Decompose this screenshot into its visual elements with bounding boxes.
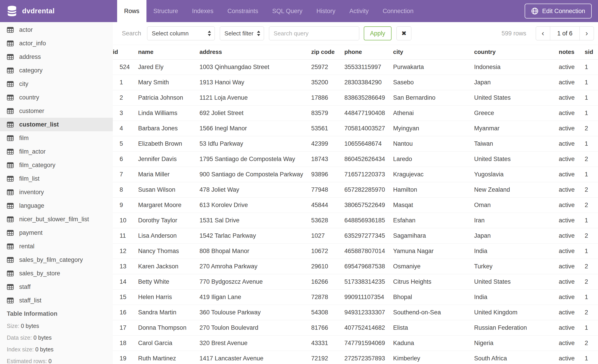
cell-notes[interactable]: active [559,305,585,320]
cell-address[interactable]: 270 Amroha Parkway [199,259,311,274]
cell-city[interactable]: Sagamihara [393,228,474,243]
cell-name[interactable]: Barbara Jones [138,121,199,136]
sidebar-table-item[interactable]: city [0,77,113,91]
cell-zip-code[interactable]: 77948 [311,182,344,197]
cell-sid[interactable]: 1 [585,59,598,75]
cell-city[interactable]: Sasebo [393,75,474,90]
cell-country[interactable]: Myanmar [474,121,559,136]
sidebar-table-item[interactable]: film_category [0,158,113,172]
cell-country[interactable]: Turkey [474,259,559,274]
cell-zip-code[interactable]: 81766 [311,320,344,335]
cell-sid[interactable]: 2 [585,274,598,289]
cell-id[interactable]: 12 [113,243,138,259]
cell-address[interactable]: 478 Joliet Way [199,182,311,197]
cell-country[interactable]: New Zealand [474,182,559,197]
sidebar-table-item[interactable]: customer_list [0,118,113,131]
cell-phone[interactable]: 448477190408 [344,105,393,121]
grid-column-header[interactable]: address [199,45,311,59]
sidebar-table-item[interactable]: film_list [0,172,113,185]
cell-country[interactable]: Oman [474,197,559,213]
cell-phone[interactable]: 465887807014 [344,243,393,259]
cell-name[interactable]: Margaret Moore [138,197,199,213]
cell-zip-code[interactable]: 18743 [311,151,344,167]
cell-notes[interactable]: active [559,228,585,243]
cell-id[interactable]: 16 [113,305,138,320]
cell-sid[interactable]: 2 [585,228,598,243]
cell-notes[interactable]: active [559,259,585,274]
cell-phone[interactable]: 705814003527 [344,121,393,136]
grid-column-header[interactable]: city [393,45,474,59]
cell-zip-code[interactable]: 29610 [311,259,344,274]
cell-zip-code[interactable]: 1027 [311,228,344,243]
cell-city[interactable]: San Bernardino [393,90,474,105]
cell-phone[interactable]: 28303384290 [344,75,393,90]
next-page-button[interactable]: › [580,27,594,40]
grid-column-header[interactable]: name [138,45,199,59]
cell-name[interactable]: Patricia Johnson [138,90,199,105]
cell-id[interactable]: 13 [113,259,138,274]
grid-column-header[interactable]: country [474,45,559,59]
sidebar-table-item[interactable]: actor [0,23,113,37]
cell-phone[interactable]: 990911107354 [344,289,393,305]
sidebar-table-item[interactable]: rental [0,240,113,253]
cell-phone[interactable]: 657282285970 [344,182,393,197]
cell-phone[interactable]: 838635286649 [344,90,393,105]
clear-search-button[interactable]: ✖ [397,26,411,40]
sidebar-table-item[interactable]: actor_info [0,37,113,50]
cell-sid[interactable]: 2 [585,259,598,274]
cell-id[interactable]: 8 [113,182,138,197]
cell-city[interactable]: Southend-on-Sea [393,305,474,320]
cell-name[interactable]: Karen Jackson [138,259,199,274]
cell-phone[interactable]: 648856936185 [344,213,393,228]
tab[interactable]: Connection [376,0,421,22]
cell-city[interactable]: Laredo [393,151,474,167]
grid-column-header[interactable]: notes [559,45,585,59]
cell-country[interactable]: United States [474,90,559,105]
cell-city[interactable]: Citrus Heights [393,274,474,289]
cell-city[interactable]: Kragujevac [393,167,474,182]
cell-city[interactable]: Osmaniye [393,259,474,274]
cell-zip-code[interactable]: 16266 [311,274,344,289]
cell-country[interactable]: Yugoslavia [474,167,559,182]
cell-zip-code[interactable]: 53561 [311,121,344,136]
cell-phone[interactable]: 272572357893 [344,351,393,364]
cell-name[interactable]: Nancy Thomas [138,243,199,259]
cell-notes[interactable]: active [559,243,585,259]
sidebar-table-item[interactable]: address [0,50,113,64]
cell-address[interactable]: 1121 Loja Avenue [199,90,311,105]
cell-sid[interactable]: 1 [585,167,598,182]
cell-name[interactable]: Donna Thompson [138,320,199,335]
grid-column-header[interactable]: phone [344,45,393,59]
tab[interactable]: Constraints [220,0,265,22]
sidebar-table-item[interactable]: staff_list [0,294,113,307]
cell-address[interactable]: 320 Brest Avenue [199,335,311,351]
sidebar-table-item[interactable]: sales_by_film_category [0,253,113,267]
cell-city[interactable]: Yamuna Nagar [393,243,474,259]
cell-country[interactable]: Taiwan [474,136,559,151]
cell-id[interactable]: 15 [113,289,138,305]
cell-zip-code[interactable]: 53628 [311,213,344,228]
cell-sid[interactable]: 1 [585,105,598,121]
cell-city[interactable]: Myingyan [393,121,474,136]
cell-notes[interactable]: active [559,121,585,136]
cell-id[interactable]: 4 [113,121,138,136]
cell-address[interactable]: 53 Idfu Parkway [199,136,311,151]
cell-country[interactable]: Japan [474,228,559,243]
edit-connection-button[interactable]: Edit Connection [525,4,592,18]
cell-address[interactable]: 1542 Tarlac Parkway [199,228,311,243]
cell-zip-code[interactable]: 43331 [311,335,344,351]
cell-id[interactable]: 1 [113,75,138,90]
cell-address[interactable]: 419 Iligan Lane [199,289,311,305]
cell-phone[interactable]: 695479687538 [344,259,393,274]
cell-name[interactable]: Jennifer Davis [138,151,199,167]
cell-country[interactable]: United Kingdom [474,305,559,320]
cell-notes[interactable]: active [559,167,585,182]
tab[interactable]: Rows [117,0,146,22]
cell-city[interactable]: Purwakarta [393,59,474,75]
cell-notes[interactable]: active [559,197,585,213]
cell-address[interactable]: 360 Toulouse Parkway [199,305,311,320]
cell-phone[interactable]: 407752414682 [344,320,393,335]
cell-sid[interactable]: 1 [585,90,598,105]
cell-name[interactable]: Dorothy Taylor [138,213,199,228]
cell-zip-code[interactable]: 72192 [311,351,344,364]
